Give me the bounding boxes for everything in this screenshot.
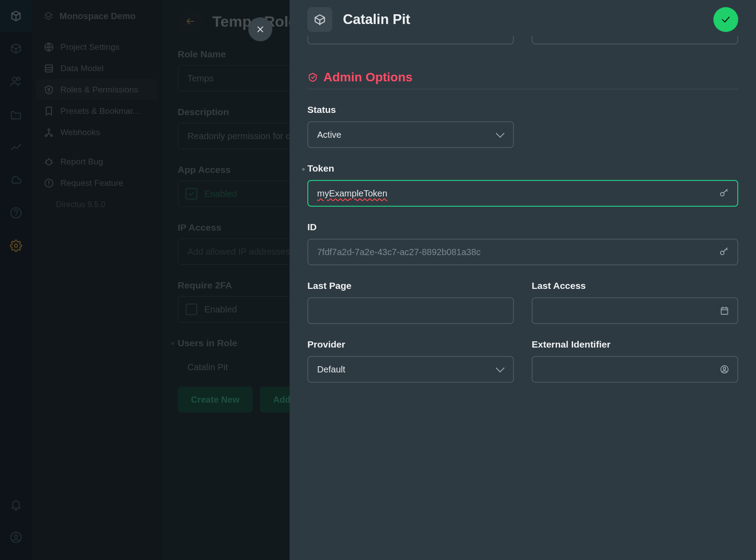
label-token: Token xyxy=(307,163,738,174)
input-last-page[interactable] xyxy=(307,297,514,324)
input-token[interactable]: myExampleToken xyxy=(307,180,738,207)
drawer-close-button[interactable] xyxy=(248,17,272,41)
svg-rect-29 xyxy=(721,308,728,315)
key-icon[interactable] xyxy=(719,188,729,199)
field-outline xyxy=(532,36,738,44)
token-value: myExampleToken xyxy=(317,188,387,199)
label-last-page: Last Page xyxy=(307,280,514,291)
select-value: Active xyxy=(317,130,341,140)
last-access-field[interactable] xyxy=(541,306,728,316)
drawer-title: Catalin Pit xyxy=(343,12,703,28)
drawer-confirm-button[interactable] xyxy=(713,7,738,32)
id-value: 7fdf7a2d-7a2e-43c7-ac27-8892b081a38c xyxy=(317,247,481,257)
input-external-id[interactable] xyxy=(532,356,738,383)
select-status[interactable]: Active xyxy=(307,121,514,148)
last-page-field[interactable] xyxy=(317,306,504,316)
shield-icon xyxy=(307,72,318,83)
svg-point-34 xyxy=(723,367,726,370)
select-value: Default xyxy=(317,364,345,375)
drawer-icon xyxy=(307,7,332,32)
select-provider[interactable]: Default xyxy=(307,356,514,383)
label-external-id: External Identifier xyxy=(532,339,738,350)
person-icon[interactable] xyxy=(720,364,729,374)
field-outline xyxy=(307,36,514,44)
key-icon[interactable] xyxy=(719,247,729,257)
calendar-icon[interactable] xyxy=(720,306,729,316)
input-id[interactable]: 7fdf7a2d-7a2e-43c7-ac27-8892b081a38c xyxy=(307,239,738,265)
label-last-access: Last Access xyxy=(532,280,738,291)
label-provider: Provider xyxy=(307,339,514,350)
section-title: Admin Options xyxy=(323,70,413,84)
label-status: Status xyxy=(307,104,738,115)
label-id: ID xyxy=(307,222,738,232)
user-detail-drawer: Catalin Pit Admin Options Status Active … xyxy=(290,0,756,560)
input-last-access[interactable] xyxy=(532,297,738,324)
external-id-field[interactable] xyxy=(541,364,728,375)
section-admin-options: Admin Options xyxy=(307,70,738,89)
